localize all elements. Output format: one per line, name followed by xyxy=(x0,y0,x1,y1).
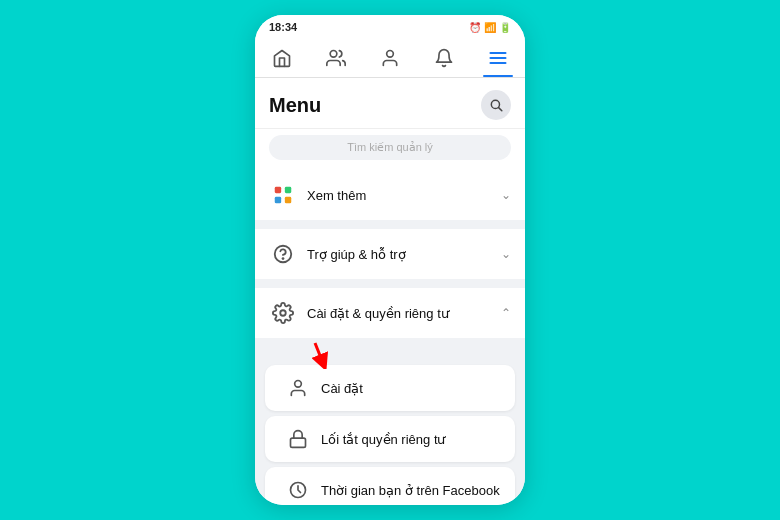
status-bar: 18:34 ⏰ 📶 🔋 xyxy=(255,15,525,37)
cai-dat-section-icon xyxy=(269,299,297,327)
menu-row-cai-dat-section[interactable]: Cài đặt & quyền riêng tư ⌃ xyxy=(255,288,525,339)
menu-row-xem-them[interactable]: Xem thêm ⌄ xyxy=(255,170,525,221)
nav-profile[interactable] xyxy=(375,43,405,73)
menu-title: Menu xyxy=(269,94,321,117)
submenu-container: Cài đặt Lối tắt quyền riêng tư xyxy=(255,339,525,505)
submenu-loi-tat[interactable]: Lối tắt quyền riêng tư xyxy=(265,416,515,462)
cai-dat-section-chevron: ⌃ xyxy=(501,306,511,320)
cai-dat-label: Cài đặt xyxy=(321,381,363,396)
thoi-gian-icon xyxy=(285,477,311,503)
svg-rect-10 xyxy=(285,197,291,203)
xem-them-icon xyxy=(269,181,297,209)
menu-header: Menu xyxy=(255,78,525,129)
svg-point-1 xyxy=(387,51,394,58)
phone-frame: 18:34 ⏰ 📶 🔋 xyxy=(255,15,525,505)
svg-rect-9 xyxy=(275,197,281,203)
submenu-thoi-gian[interactable]: Thời gian bạn ở trên Facebook xyxy=(265,467,515,505)
gap-1 xyxy=(255,221,525,229)
nav-active-indicator xyxy=(483,75,513,78)
search-bar-area: Tìm kiếm quản lý xyxy=(255,129,525,170)
submenu-cai-dat[interactable]: Cài đặt xyxy=(265,365,515,411)
tro-giup-icon xyxy=(269,240,297,268)
tro-giup-label: Trợ giúp & hỗ trợ xyxy=(307,247,491,262)
search-button[interactable] xyxy=(481,90,511,120)
gap-2 xyxy=(255,280,525,288)
status-icons: ⏰ 📶 🔋 xyxy=(469,22,511,33)
thoi-gian-label: Thời gian bạn ở trên Facebook xyxy=(321,483,500,498)
loi-tat-icon xyxy=(285,426,311,452)
content-area: Menu Tìm kiếm quản lý xyxy=(255,78,525,505)
nav-menu[interactable] xyxy=(483,43,513,73)
svg-rect-8 xyxy=(285,187,291,193)
search-placeholder-text: Tìm kiếm quản lý xyxy=(347,141,433,153)
red-arrow-indicator xyxy=(305,339,345,373)
nav-home[interactable] xyxy=(267,43,297,73)
svg-rect-17 xyxy=(291,438,306,447)
tro-giup-chevron: ⌄ xyxy=(501,247,511,261)
svg-point-16 xyxy=(295,381,302,388)
xem-them-label: Xem thêm xyxy=(307,188,491,203)
wifi-icon: 📶 xyxy=(484,22,496,33)
status-time: 18:34 xyxy=(269,21,297,33)
svg-point-0 xyxy=(330,51,337,58)
cai-dat-section-label: Cài đặt & quyền riêng tư xyxy=(307,306,491,321)
battery-icon: 🔋 xyxy=(499,22,511,33)
svg-line-6 xyxy=(499,108,502,111)
svg-line-15 xyxy=(315,343,323,363)
menu-row-tro-giup[interactable]: Trợ giúp & hỗ trợ ⌄ xyxy=(255,229,525,280)
nav-bar xyxy=(255,37,525,78)
nav-notifications[interactable] xyxy=(429,43,459,73)
alarm-icon: ⏰ xyxy=(469,22,481,33)
svg-rect-7 xyxy=(275,187,281,193)
loi-tat-label: Lối tắt quyền riêng tư xyxy=(321,432,446,447)
svg-point-13 xyxy=(280,310,286,316)
cai-dat-icon xyxy=(285,375,311,401)
search-input-preview[interactable]: Tìm kiếm quản lý xyxy=(269,135,511,160)
nav-friends[interactable] xyxy=(321,43,351,73)
xem-them-chevron: ⌄ xyxy=(501,188,511,202)
